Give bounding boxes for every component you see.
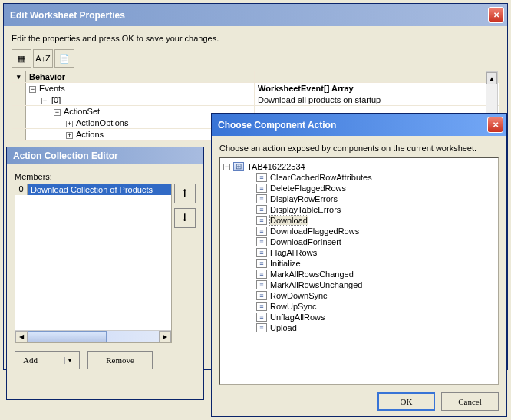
close-icon[interactable] — [487, 117, 503, 133]
tree-root[interactable]: − TAB416222534 — [223, 161, 495, 172]
ok-button[interactable]: OK — [377, 392, 435, 411]
tree-item-initialize[interactable]: Initialize — [223, 258, 495, 269]
table-icon — [233, 162, 244, 171]
action-icon — [256, 237, 267, 246]
tree-item-deleteflaggedrows[interactable]: DeleteFlaggedRows — [223, 183, 495, 193]
collapse-icon[interactable]: − — [223, 164, 230, 170]
action-icon — [256, 173, 267, 182]
action-collection-editor-window: Action Collection Editor Members: 0Downl… — [6, 147, 204, 400]
window-title: Action Collection Editor — [13, 150, 118, 161]
move-up-button[interactable]: 🠕 — [174, 184, 196, 203]
action-icon — [256, 313, 267, 322]
list-item[interactable]: 0Download Collection of Products — [15, 184, 171, 195]
action-icon — [256, 205, 267, 214]
categorize-button[interactable]: ▦ — [12, 49, 31, 68]
horizontal-scrollbar[interactable]: ◀ ▶ — [15, 330, 171, 342]
window-title: Edit Worksheet Properties — [10, 10, 125, 21]
tree-item-markallrowschanged[interactable]: MarkAllRowsChanged — [223, 269, 495, 279]
scroll-thumb[interactable] — [28, 331, 107, 342]
window-title: Choose Component Action — [218, 120, 336, 131]
component-tree[interactable]: − TAB416222534 ClearCachedRowAttributesD… — [219, 157, 499, 385]
property-toolbar: ▦ A↓Z 📄 — [12, 49, 499, 68]
tree-item-clearcachedrowattributes[interactable]: ClearCachedRowAttributes — [223, 172, 495, 183]
choose-component-action-window: Choose Component Action Choose an action… — [211, 113, 507, 417]
tree-item-upload[interactable]: Upload — [223, 322, 495, 333]
action-icon — [256, 259, 267, 268]
tree-item-rowupsync[interactable]: RowUpSync — [223, 301, 495, 312]
move-down-button[interactable]: 🠗 — [174, 208, 196, 228]
expand-icon[interactable]: − — [41, 98, 48, 104]
action-icon — [256, 248, 267, 257]
members-label: Members: — [15, 172, 196, 181]
action-icon — [256, 302, 267, 311]
scroll-right-icon[interactable]: ▶ — [159, 331, 171, 342]
action-icon — [256, 227, 267, 236]
tree-item-downloadforinsert[interactable]: DownloadForInsert — [223, 236, 495, 247]
tree-item-flagallrows[interactable]: FlagAllRows — [223, 247, 495, 258]
titlebar[interactable]: Edit Worksheet Properties — [4, 4, 507, 26]
action-icon — [256, 184, 267, 193]
remove-button[interactable]: Remove — [87, 351, 153, 369]
tree-item-download[interactable]: Download — [223, 215, 495, 226]
add-button[interactable]: Add — [15, 351, 80, 369]
action-icon — [256, 291, 267, 300]
titlebar[interactable]: Choose Component Action — [212, 114, 506, 136]
tree-root-label: TAB416222534 — [247, 162, 305, 171]
instruction-text: Edit the properties and press OK to save… — [12, 34, 499, 43]
action-icon — [256, 280, 267, 289]
tree-item-unflagallrows[interactable]: UnflagAllRows — [223, 312, 495, 322]
tree-item-displaytableerrors[interactable]: DisplayTableErrors — [223, 204, 495, 215]
action-icon — [256, 270, 267, 279]
expand-icon[interactable]: ▾ — [12, 71, 26, 82]
tree-item-rowdownsync[interactable]: RowDownSync — [223, 290, 495, 301]
cancel-button[interactable]: Cancel — [441, 392, 499, 411]
action-icon — [256, 323, 267, 332]
scroll-left-icon[interactable]: ◀ — [15, 331, 28, 342]
instruction-text: Choose an action exposed by components o… — [219, 144, 499, 153]
expand-icon[interactable]: − — [29, 86, 36, 93]
tree-item-markallrowsunchanged[interactable]: MarkAllRowsUnchanged — [223, 279, 495, 290]
action-icon — [256, 194, 267, 203]
category-behavior: Behavior — [26, 71, 255, 82]
property-row[interactable]: −[0] Download all products on startup — [12, 94, 499, 106]
action-icon — [256, 216, 267, 225]
tree-item-displayrowerrors[interactable]: DisplayRowErrors — [223, 193, 495, 204]
scroll-up-icon[interactable]: ▲ — [486, 72, 497, 84]
expand-icon[interactable]: − — [54, 109, 61, 116]
close-icon[interactable] — [488, 7, 504, 23]
sort-button[interactable]: A↓Z — [33, 49, 53, 68]
expand-icon[interactable]: + — [66, 132, 73, 139]
property-row[interactable]: −Events WorksheetEvent[] Array — [12, 83, 499, 94]
property-pages-button[interactable]: 📄 — [54, 49, 74, 68]
tree-item-downloadflaggedrows[interactable]: DownloadFlaggedRows — [223, 226, 495, 236]
members-listbox[interactable]: 0Download Collection of Products ◀ ▶ — [15, 184, 172, 343]
expand-icon[interactable]: + — [66, 121, 73, 127]
titlebar[interactable]: Action Collection Editor — [7, 147, 203, 164]
